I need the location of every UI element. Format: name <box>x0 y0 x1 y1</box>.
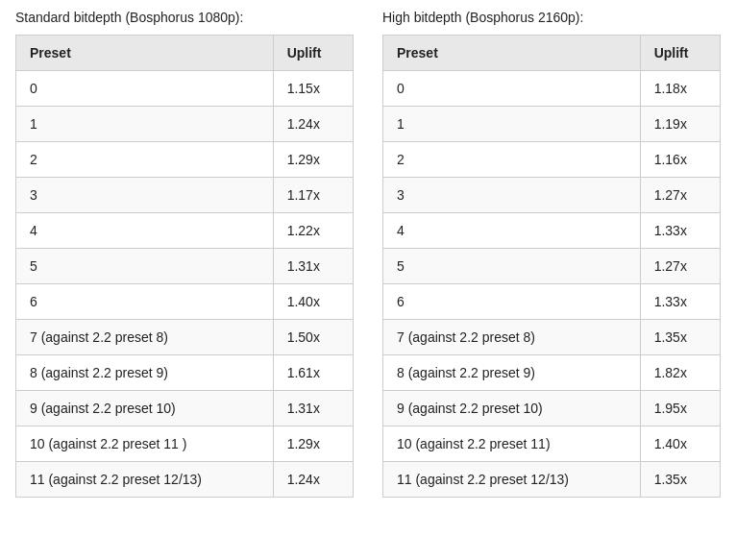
right-preset-cell: 4 <box>383 213 641 249</box>
left-table-row: 41.22x <box>16 213 354 249</box>
right-table-header-row: Preset Uplift <box>383 36 721 71</box>
left-uplift-cell: 1.17x <box>273 178 353 213</box>
left-uplift-cell: 1.50x <box>273 320 353 355</box>
right-uplift-cell: 1.35x <box>640 462 720 498</box>
right-preset-cell: 5 <box>383 249 641 284</box>
left-preset-cell: 7 (against 2.2 preset 8) <box>16 320 274 355</box>
left-uplift-cell: 1.29x <box>273 426 353 462</box>
right-uplift-cell: 1.95x <box>640 391 720 426</box>
right-preset-cell: 6 <box>383 284 641 320</box>
left-uplift-cell: 1.15x <box>273 71 353 107</box>
left-uplift-cell: 1.24x <box>273 107 353 142</box>
right-table: Preset Uplift 01.18x11.19x21.16x31.27x41… <box>382 35 721 498</box>
left-table-row: 7 (against 2.2 preset 8)1.50x <box>16 320 354 355</box>
right-table-row: 41.33x <box>383 213 721 249</box>
right-preset-cell: 7 (against 2.2 preset 8) <box>383 320 641 355</box>
right-preset-cell: 1 <box>383 107 641 142</box>
right-preset-cell: 10 (against 2.2 preset 11) <box>383 426 641 462</box>
right-table-row: 21.16x <box>383 142 721 178</box>
right-preset-cell: 0 <box>383 71 641 107</box>
left-section: Standard bitdepth (Bosphorus 1080p): Pre… <box>15 10 354 498</box>
left-table-row: 9 (against 2.2 preset 10)1.31x <box>16 391 354 426</box>
left-uplift-cell: 1.31x <box>273 249 353 284</box>
left-col-preset-header: Preset <box>16 36 274 71</box>
right-section-title: High bitdepth (Bosphorus 2160p): <box>382 10 721 25</box>
right-uplift-cell: 1.19x <box>640 107 720 142</box>
right-uplift-cell: 1.82x <box>640 355 720 391</box>
left-preset-cell: 5 <box>16 249 274 284</box>
left-table-header-row: Preset Uplift <box>16 36 354 71</box>
left-uplift-cell: 1.29x <box>273 142 353 178</box>
left-table-row: 8 (against 2.2 preset 9)1.61x <box>16 355 354 391</box>
right-table-row: 10 (against 2.2 preset 11)1.40x <box>383 426 721 462</box>
left-preset-cell: 0 <box>16 71 274 107</box>
left-table-row: 21.29x <box>16 142 354 178</box>
right-preset-cell: 8 (against 2.2 preset 9) <box>383 355 641 391</box>
left-table-row: 10 (against 2.2 preset 11 )1.29x <box>16 426 354 462</box>
right-col-uplift-header: Uplift <box>640 36 720 71</box>
left-preset-cell: 2 <box>16 142 274 178</box>
right-uplift-cell: 1.27x <box>640 178 720 213</box>
left-uplift-cell: 1.40x <box>273 284 353 320</box>
left-uplift-cell: 1.22x <box>273 213 353 249</box>
left-preset-cell: 8 (against 2.2 preset 9) <box>16 355 274 391</box>
right-table-row: 61.33x <box>383 284 721 320</box>
right-preset-cell: 2 <box>383 142 641 178</box>
right-uplift-cell: 1.40x <box>640 426 720 462</box>
right-table-row: 7 (against 2.2 preset 8)1.35x <box>383 320 721 355</box>
left-preset-cell: 1 <box>16 107 274 142</box>
right-preset-cell: 9 (against 2.2 preset 10) <box>383 391 641 426</box>
left-preset-cell: 11 (against 2.2 preset 12/13) <box>16 462 274 498</box>
right-table-row: 01.18x <box>383 71 721 107</box>
right-table-row: 51.27x <box>383 249 721 284</box>
left-section-title: Standard bitdepth (Bosphorus 1080p): <box>15 10 354 25</box>
right-uplift-cell: 1.18x <box>640 71 720 107</box>
right-table-row: 31.27x <box>383 178 721 213</box>
left-table-row: 51.31x <box>16 249 354 284</box>
left-table-row: 61.40x <box>16 284 354 320</box>
right-table-row: 9 (against 2.2 preset 10)1.95x <box>383 391 721 426</box>
right-preset-cell: 3 <box>383 178 641 213</box>
left-uplift-cell: 1.24x <box>273 462 353 498</box>
right-col-preset-header: Preset <box>383 36 641 71</box>
left-table-row: 11.24x <box>16 107 354 142</box>
right-table-row: 11 (against 2.2 preset 12/13)1.35x <box>383 462 721 498</box>
right-uplift-cell: 1.16x <box>640 142 720 178</box>
left-preset-cell: 9 (against 2.2 preset 10) <box>16 391 274 426</box>
left-uplift-cell: 1.31x <box>273 391 353 426</box>
right-table-row: 11.19x <box>383 107 721 142</box>
left-table-row: 11 (against 2.2 preset 12/13)1.24x <box>16 462 354 498</box>
left-preset-cell: 4 <box>16 213 274 249</box>
left-table-row: 31.17x <box>16 178 354 213</box>
right-section: High bitdepth (Bosphorus 2160p): Preset … <box>382 10 721 498</box>
right-table-row: 8 (against 2.2 preset 9)1.82x <box>383 355 721 391</box>
left-preset-cell: 10 (against 2.2 preset 11 ) <box>16 426 274 462</box>
right-uplift-cell: 1.33x <box>640 284 720 320</box>
right-uplift-cell: 1.35x <box>640 320 720 355</box>
left-preset-cell: 6 <box>16 284 274 320</box>
right-uplift-cell: 1.27x <box>640 249 720 284</box>
right-uplift-cell: 1.33x <box>640 213 720 249</box>
page-layout: Standard bitdepth (Bosphorus 1080p): Pre… <box>15 10 721 498</box>
left-preset-cell: 3 <box>16 178 274 213</box>
left-col-uplift-header: Uplift <box>273 36 353 71</box>
left-table-row: 01.15x <box>16 71 354 107</box>
left-uplift-cell: 1.61x <box>273 355 353 391</box>
left-table: Preset Uplift 01.15x11.24x21.29x31.17x41… <box>15 35 354 498</box>
right-preset-cell: 11 (against 2.2 preset 12/13) <box>383 462 641 498</box>
